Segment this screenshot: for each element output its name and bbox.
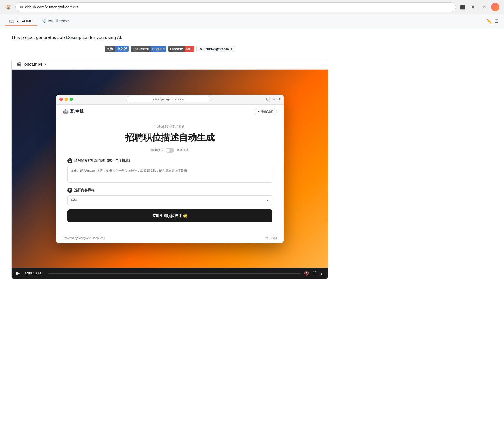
follow-label: Follow @amonxu [204, 47, 232, 51]
app-share-icon[interactable]: ⬡ [266, 97, 270, 102]
x-icon: ✕ [199, 47, 202, 51]
profile-button[interactable] [491, 3, 499, 11]
badge-license[interactable]: License MIT [168, 46, 194, 52]
tab-readme-label: README [16, 19, 33, 23]
app-titlebar: jobot.gegegugu.com ai ⬡ ＋ × [56, 95, 284, 105]
edit-button[interactable]: ✏️ [485, 17, 493, 25]
close-traffic-light[interactable] [59, 98, 63, 101]
home-button[interactable]: 🏠 [5, 3, 12, 11]
app-logo: 🤖 职生机 [63, 109, 84, 115]
bookmark-icon[interactable]: ☆ [480, 3, 488, 11]
app-logo-icon: 🤖 [63, 109, 69, 114]
fullscreen-traffic-light[interactable] [70, 98, 73, 101]
video-header: 🎬 jobot.mp4 ▾ [12, 59, 328, 70]
badge-row: 文档 中文版 document English License MIT ✕ Fo… [9, 46, 331, 52]
app-plus-icon[interactable]: ＋ [272, 97, 276, 102]
list-button[interactable]: ☰ [493, 17, 499, 25]
app-footer-left: Powered by Meng and DeepSeek [63, 237, 105, 240]
video-container: 🎬 jobot.mp4 ▾ jobot.gegegugu.com ai [11, 59, 328, 279]
badge-license-left: License [168, 46, 185, 52]
mode-toggle[interactable] [166, 148, 174, 153]
step1-textarea[interactable] [67, 166, 273, 182]
tab-mit-label: MIT license [48, 19, 70, 23]
mode-label-advanced: 高级模式 [176, 148, 189, 152]
time-display: 0:00 / 0:14 [25, 271, 45, 275]
step1-label: 1 填写简短的职位介绍（或一句话概述） [67, 158, 273, 163]
app-address-bar[interactable]: jobot.gegegugu.com ai [126, 96, 211, 102]
badge-docs-zh-left: 文档 [105, 46, 115, 52]
app-nav-icons: ⬡ ＋ × [266, 97, 280, 102]
step2-select[interactable]: 阅读 [67, 195, 273, 205]
video-filename: jobot.mp4 [23, 62, 42, 66]
badge-license-right: MIT [185, 46, 194, 52]
app-main-title: 招聘职位描述自动生成 [67, 132, 273, 144]
step2-select-value: 阅读 [71, 198, 77, 202]
video-controls: ▶ 0:00 / 0:14 🔇 ⛶ ⋮ [12, 268, 328, 279]
step2-label: 2 选择内容风格 [67, 188, 273, 193]
browser-chrome: 🏠 ⊞ github.com/xumeng/ai-careers ⬛ ⊕ ☆ [0, 0, 504, 14]
video-chevron-icon[interactable]: ▾ [44, 62, 46, 66]
tab-bar: 📖 README ⚖️ MIT license ✏️ ☰ [0, 14, 504, 28]
current-time: 0:00 [25, 271, 32, 275]
app-footer-right: 关于我们 [266, 236, 277, 240]
tab-mit-license[interactable]: ⚖️ MIT license [37, 16, 74, 26]
app-close-icon[interactable]: × [278, 97, 280, 102]
readme-icon: 📖 [9, 19, 14, 23]
step2-number: 2 [67, 188, 72, 193]
app-footer: Powered by Meng and DeepSeek 关于我们 [56, 233, 284, 243]
address-bar[interactable]: ⊞ github.com/xumeng/ai-careers [15, 2, 456, 12]
tab-readme[interactable]: 📖 README [5, 16, 37, 26]
main-content: This project generates Job Description f… [0, 28, 340, 286]
browser-actions: ⬛ ⊕ ☆ [459, 3, 499, 11]
badge-docs-en-right: English [151, 46, 166, 52]
app-url-text: jobot.gegegugu.com ai [153, 98, 184, 101]
video-file-icon: 🎬 [16, 62, 21, 66]
screen-share-icon[interactable]: ⬛ [459, 3, 467, 11]
translate-icon[interactable]: ⊕ [469, 3, 477, 11]
badge-docs-zh-right: 中文版 [115, 46, 129, 52]
fullscreen-button[interactable]: ⛶ [312, 271, 316, 276]
app-logo-text: 职生机 [70, 109, 84, 115]
app-submit-button[interactable]: 立即生成职位描述 🌟 [67, 209, 273, 222]
duration: 0:14 [35, 271, 41, 275]
progress-bar[interactable] [48, 273, 301, 274]
app-screenshot: jobot.gegegugu.com ai ⬡ ＋ × 🤖 职生机 ✦ 联系我们 [56, 95, 284, 243]
step1-text: 填写简短的职位介绍（或一句话概述） [74, 158, 132, 163]
step1-number: 1 [67, 158, 72, 163]
license-icon: ⚖️ [42, 19, 47, 23]
mode-toggle-thumb [166, 149, 170, 152]
play-button[interactable]: ▶ [16, 270, 22, 276]
step2-select-wrapper: 阅读 ▲ [67, 195, 273, 205]
mode-label-simple: 简单模式 [151, 148, 163, 152]
app-contact-button[interactable]: ✦ 联系我们 [254, 108, 277, 115]
video-preview: jobot.gegegugu.com ai ⬡ ＋ × 🤖 职生机 ✦ 联系我们 [12, 70, 328, 268]
chevron-down-icon: ▲ [266, 198, 269, 201]
badge-docs-zh[interactable]: 文档 中文版 [105, 46, 129, 52]
more-button[interactable]: ⋮ [320, 271, 324, 276]
minimize-traffic-light[interactable] [65, 98, 68, 101]
follow-button[interactable]: ✕ Follow @amonxu [196, 46, 235, 52]
step2-text: 选择内容风格 [74, 188, 95, 193]
project-description: This project generates Job Description f… [9, 35, 331, 40]
traffic-lights [59, 98, 73, 101]
badge-docs-en[interactable]: document English [131, 46, 166, 52]
app-body: 已生成 87 份职位描述 招聘职位描述自动生成 简单模式 高级模式 1 填写简短… [56, 119, 284, 233]
app-navbar: 🤖 职生机 ✦ 联系我们 [56, 105, 284, 119]
app-counter: 已生成 87 份职位描述 [67, 124, 273, 129]
volume-button[interactable]: 🔇 [304, 271, 309, 276]
tabs-icon: ⊞ [20, 5, 23, 9]
badge-docs-en-left: document [131, 46, 150, 52]
app-mode-switch: 简单模式 高级模式 [67, 148, 273, 153]
url-text: github.com/xumeng/ai-careers [25, 5, 78, 9]
